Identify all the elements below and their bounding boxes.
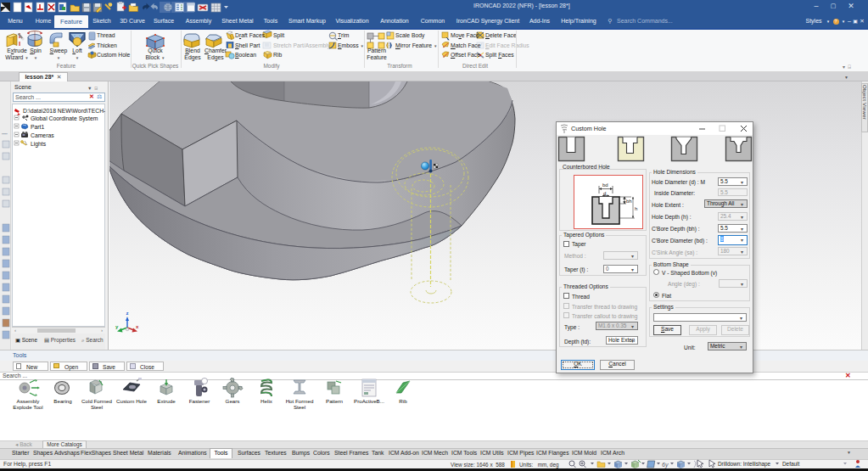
svg-text:Cameras: Cameras — [31, 132, 54, 138]
svg-text:Global Coordinate System: Global Coordinate System — [31, 115, 98, 122]
svg-text:Default: Default — [782, 461, 799, 467]
svg-text:Drilldown: Intellishape: Drilldown: Intellishape — [718, 461, 771, 468]
svg-text:6y: 6y — [662, 462, 669, 468]
svg-text:h: h — [635, 206, 637, 211]
svg-text:bh: bh — [626, 199, 632, 204]
svg-text:D:\data\2018 NEW\Word\TECH-NE: D:\data\2018 NEW\Word\TECH-NE — [23, 108, 105, 114]
svg-text:y: y — [115, 324, 119, 329]
svg-text:bd: bd — [602, 182, 608, 188]
svg-text:Custom Hole: Custom Hole — [571, 125, 607, 132]
svg-text:z: z — [126, 311, 129, 316]
svg-text:Lights: Lights — [31, 141, 47, 148]
svg-text:Part1: Part1 — [31, 124, 44, 130]
svg-text:x: x — [136, 324, 139, 329]
svg-text:....: .... — [2, 130, 8, 135]
